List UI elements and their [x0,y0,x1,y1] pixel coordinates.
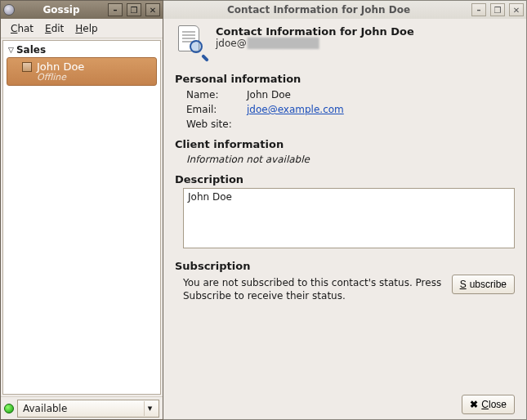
section-subscription-heading: Subscription [175,260,515,272]
menu-edit[interactable]: Edit [40,20,69,37]
vcard-icon [175,25,208,58]
menubar: Chat Edit Help [1,19,163,38]
status-offline-icon [22,62,32,72]
email-link[interactable]: jdoe@example.com [247,104,515,115]
minimize-button[interactable]: – [108,3,123,16]
website-label: Web site: [186,118,243,130]
email-label: Email: [186,104,243,115]
presence-label: Available [23,403,67,414]
close-window-button[interactable]: ✕ [509,3,524,16]
close-window-button[interactable]: ✕ [145,3,160,16]
maximize-button[interactable]: ❐ [490,3,505,16]
section-client-heading: Client information [175,138,515,150]
subscription-text: You are not subscribed to this contact's… [183,275,445,302]
window-title: Contact Information for John Doe [169,4,468,16]
contact-list[interactable]: ▽ Sales John Doe Offline [2,40,161,395]
subscribe-button[interactable]: Subscribe [452,275,515,294]
minimize-button[interactable]: – [471,3,486,16]
chevron-down-icon: ▾ [144,401,155,416]
group-row[interactable]: ▽ Sales [3,42,160,57]
close-button[interactable]: ✖ Close [462,395,515,414]
menu-help[interactable]: Help [70,20,102,37]
presence-combo[interactable]: Available ▾ [17,400,159,418]
maximize-button[interactable]: ❐ [127,3,141,16]
contact-jid: jdoe@██████████ [216,38,515,49]
name-label: Name: [186,89,243,101]
group-name: Sales [16,44,46,56]
app-icon [3,4,15,16]
gossip-window: Gossip – ❐ ✕ Chat Edit Help ▽ Sales John… [0,0,163,420]
window-title: Gossip [18,4,105,16]
description-text: John Doe [188,191,232,203]
contact-name: John Doe [37,60,84,73]
contact-row[interactable]: John Doe Offline [7,57,157,86]
section-personal-heading: Personal information [175,73,515,85]
close-icon: ✖ [470,399,478,410]
menu-chat[interactable]: Chat [6,20,38,37]
personal-info-grid: Name: John Doe Email: jdoe@example.com W… [186,89,515,130]
description-box[interactable]: John Doe [183,188,515,248]
section-description-heading: Description [175,173,515,185]
contact-status: Offline [22,72,153,83]
info-titlebar[interactable]: Contact Information for John Doe – ❐ ✕ [163,1,526,19]
collapse-icon[interactable]: ▽ [8,46,14,54]
name-value: John Doe [247,89,515,101]
contact-info-window: Contact Information for John Doe – ❐ ✕ C… [163,0,527,420]
client-na: Information not available [186,154,515,165]
presence-available-icon [4,404,14,413]
website-value [247,118,515,130]
status-bar: Available ▾ [1,396,163,419]
page-title: Contact Information for John Doe [216,25,515,38]
gossip-titlebar[interactable]: Gossip – ❐ ✕ [1,1,163,19]
